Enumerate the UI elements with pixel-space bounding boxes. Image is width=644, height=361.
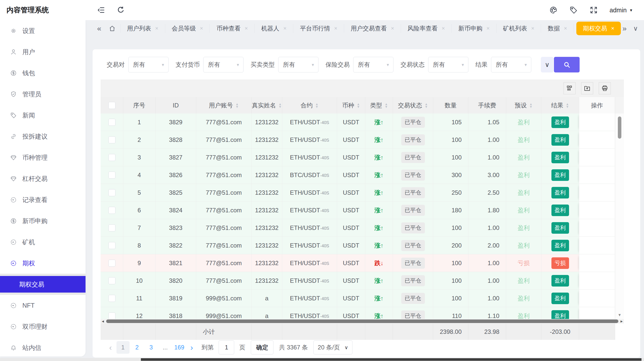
sort-arrows-icon[interactable]: ▲▼ [315,103,318,108]
next-page-icon[interactable]: › [188,343,196,352]
tab-item[interactable]: 期权交易× [576,22,621,35]
column-header-type[interactable]: 类型▲▼ [365,97,393,113]
page-horizontal-scrollbar-thumb[interactable] [141,358,641,361]
sidebar-item[interactable]: 新闻 [0,105,86,126]
sort-arrows-icon[interactable]: ▲▼ [566,103,569,108]
tab-item[interactable]: 会员等级× [165,24,210,33]
sidebar-item[interactable]: 矿机 [0,231,86,253]
column-header-realname[interactable]: 真实姓名▲▼ [252,97,282,113]
close-icon[interactable]: × [442,25,445,32]
filter-select[interactable]: 所有▼ [491,57,531,72]
page-number-3[interactable]: 3 [145,341,158,354]
scroll-right-icon[interactable]: ► [619,319,624,323]
filter-select[interactable]: 所有▼ [128,57,169,72]
close-icon[interactable]: × [334,25,337,32]
tab-item[interactable]: 风险率查看× [401,24,452,33]
user-menu[interactable]: admin ▼ [610,7,633,14]
row-checkbox[interactable] [108,260,115,267]
sidebar-item[interactable]: 设置 [0,20,86,41]
refresh-icon[interactable] [117,6,125,14]
close-icon[interactable]: × [531,25,535,32]
column-header-preset[interactable]: 预设▲▼ [506,97,541,113]
sort-arrows-icon[interactable]: ▲▼ [278,103,282,108]
column-header-contract[interactable]: 合约▲▼ [282,97,337,113]
vertical-scrollbar-thumb[interactable] [618,116,621,139]
filter-select[interactable]: 所有▼ [428,57,468,72]
close-icon[interactable]: × [155,25,158,32]
sort-arrows-icon[interactable]: ▲▼ [425,103,428,108]
tab-home[interactable] [104,24,120,33]
select-all-checkbox[interactable] [108,102,115,109]
tab-item[interactable]: 用户列表× [120,24,165,33]
tab-item[interactable]: 币种查看× [210,24,255,33]
columns-button[interactable] [564,82,576,94]
sidebar-item[interactable]: 杠杆交易 [0,168,86,189]
scroll-left-icon[interactable]: ◄ [101,319,105,323]
page-horizontal-scrollbar[interactable] [0,358,644,361]
sidebar-item[interactable]: 用户 [0,41,86,62]
row-checkbox[interactable] [108,295,115,302]
horizontal-scrollbar[interactable]: ◄ ► [101,319,624,324]
export-button[interactable] [581,82,593,94]
page-number-2[interactable]: 2 [131,341,144,354]
vertical-scrollbar[interactable]: ▼ [615,113,624,319]
goto-page-input[interactable] [219,340,234,354]
filter-select[interactable]: 所有▼ [203,57,244,72]
close-icon[interactable]: × [487,25,490,32]
close-icon[interactable]: × [391,25,394,32]
close-icon[interactable]: × [200,25,203,32]
tabs-scroll-right-icon[interactable]: » [622,24,627,33]
column-header-currency[interactable]: 币种▲▼ [337,97,365,113]
row-checkbox[interactable] [108,224,115,231]
fullscreen-icon[interactable] [589,6,598,14]
goto-confirm-button[interactable]: 确定 [251,340,273,354]
close-icon[interactable]: × [283,25,287,32]
search-button[interactable] [554,57,580,72]
tab-item[interactable]: 数据× [541,24,574,33]
close-icon[interactable]: × [245,25,248,32]
row-checkbox[interactable] [108,189,115,196]
sort-arrows-icon[interactable]: ▲▼ [529,103,533,108]
filters-expand-button[interactable]: ∨ [541,57,553,72]
row-checkbox[interactable] [108,154,115,161]
tabs-dropdown-icon[interactable]: ∨ [633,25,638,32]
row-checkbox[interactable] [108,172,115,179]
sidebar-item[interactable]: 币种管理 [0,147,86,168]
palette-icon[interactable] [549,6,558,14]
sidebar-item[interactable]: 期权 [0,253,86,274]
horizontal-scrollbar-thumb[interactable] [106,319,618,323]
scroll-down-icon[interactable]: ▼ [615,313,624,317]
column-header-account[interactable]: 用户账号▲▼ [196,97,252,113]
menu-fold-icon[interactable] [97,6,105,14]
row-checkbox[interactable] [108,207,115,214]
sidebar-item[interactable]: 站内信 [0,337,86,356]
sidebar-item[interactable]: NFT [0,295,86,316]
print-button[interactable] [599,82,611,94]
sort-arrows-icon[interactable]: ▲▼ [357,103,360,108]
sidebar-item[interactable]: 钱包 [0,62,86,84]
row-checkbox[interactable] [108,312,115,319]
tab-item[interactable]: 用户交易查看× [344,24,401,33]
sidebar-item[interactable]: 记录查看 [0,189,86,210]
tabs-scroll-left-icon[interactable]: « [94,24,104,33]
tab-item[interactable]: 机器人× [255,24,293,33]
row-checkbox[interactable] [108,119,115,126]
column-header-result[interactable]: 结果▲▼ [541,97,579,113]
sidebar-item[interactable]: 投拆建议 [0,126,86,147]
sort-arrows-icon[interactable]: ▲▼ [385,103,388,108]
close-icon[interactable]: × [564,25,567,32]
tag-icon[interactable] [569,6,578,14]
page-number-1[interactable]: 1 [116,341,130,354]
sidebar-subitem-highlight[interactable]: 期权交易 [0,276,86,293]
sidebar-item[interactable]: 管理员 [0,84,86,105]
row-checkbox[interactable] [108,242,115,249]
sidebar-item[interactable]: 双币理财 [0,316,86,337]
close-icon[interactable]: × [611,25,614,32]
sidebar-subitem-active[interactable]: 期权交易 [0,274,86,295]
filter-select[interactable]: 所有▼ [353,57,393,72]
prev-page-icon[interactable]: ‹ [107,343,114,352]
sort-arrows-icon[interactable]: ▲▼ [235,103,239,108]
sidebar-item[interactable]: 新币申购 [0,210,86,231]
tab-item[interactable]: 平台币行情× [293,24,344,33]
row-checkbox[interactable] [108,277,115,284]
